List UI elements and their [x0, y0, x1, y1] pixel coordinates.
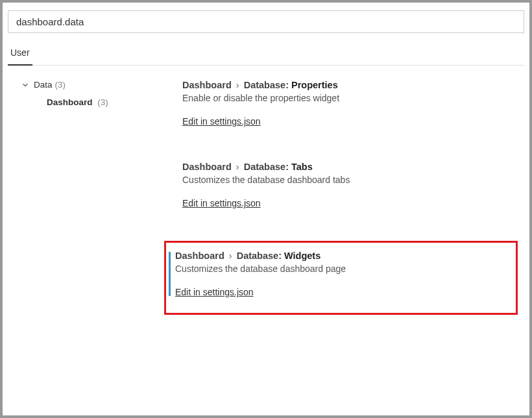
tree-item-count: (3) [55, 80, 66, 90]
settings-search-input[interactable] [8, 10, 524, 33]
setting-item-properties: Dashboard › Database: Properties Enable … [173, 77, 518, 159]
setting-description: Customizes the database dashboard page [175, 264, 516, 274]
tree-item-label: Dashboard [47, 97, 93, 107]
setting-title: Dashboard › Database: Widgets [175, 251, 516, 261]
chevron-down-icon [21, 80, 30, 90]
settings-tabs: User [8, 42, 524, 66]
tree-item-dashboard[interactable]: Dashboard (3) [21, 92, 173, 110]
settings-tree: Data (3) Dashboard (3) [8, 77, 173, 315]
tree-item-label: Data [34, 80, 53, 90]
tab-user[interactable]: User [8, 42, 32, 66]
edit-in-settings-link[interactable]: Edit in settings.json [175, 287, 254, 297]
setting-item-widgets: Dashboard › Database: Widgets Customizes… [164, 241, 518, 315]
settings-list: Dashboard › Database: Properties Enable … [173, 77, 524, 315]
setting-description: Customizes the database dashboard tabs [182, 175, 518, 185]
tree-item-data[interactable]: Data (3) [21, 77, 173, 92]
setting-title: Dashboard › Database: Tabs [182, 162, 518, 172]
setting-item-tabs: Dashboard › Database: Tabs Customizes th… [173, 159, 518, 241]
modified-indicator [169, 252, 171, 296]
setting-description: Enable or disable the properties widget [182, 93, 518, 103]
setting-title: Dashboard › Database: Properties [182, 80, 518, 90]
tree-item-count: (3) [97, 97, 108, 107]
edit-in-settings-link[interactable]: Edit in settings.json [182, 116, 261, 127]
edit-in-settings-link[interactable]: Edit in settings.json [182, 198, 261, 208]
